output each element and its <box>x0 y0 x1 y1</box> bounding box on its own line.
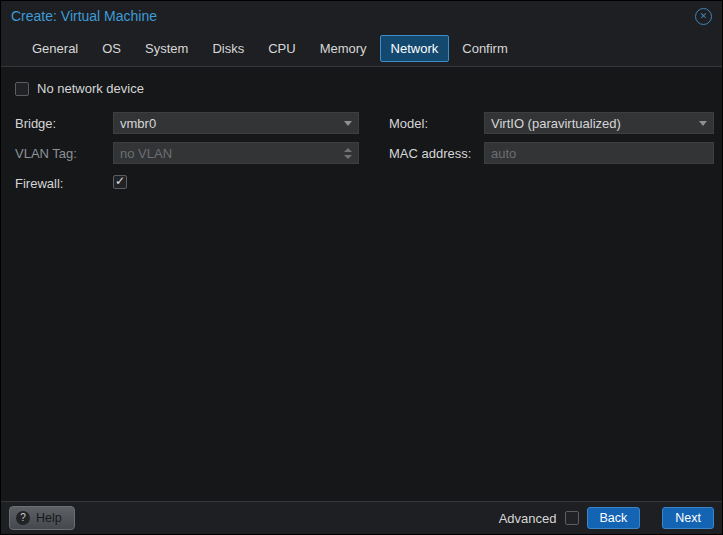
help-icon: ? <box>16 511 30 525</box>
tab-memory[interactable]: Memory <box>309 35 378 62</box>
spinner-down-icon[interactable] <box>344 155 352 159</box>
no-network-device-label: No network device <box>37 81 144 96</box>
vlan-tag-spinner[interactable]: no VLAN <box>113 142 359 164</box>
bridge-label: Bridge: <box>15 116 113 131</box>
dialog-footer: ? Help Advanced Back Next <box>1 501 722 534</box>
number-spinner-icon[interactable] <box>344 148 352 159</box>
model-combo[interactable]: VirtIO (paravirtualized) <box>484 112 714 134</box>
chevron-down-icon[interactable] <box>699 121 707 126</box>
no-network-device-row[interactable]: No network device <box>15 81 708 96</box>
model-label: Model: <box>389 116 484 131</box>
tab-network[interactable]: Network <box>380 35 450 62</box>
chevron-down-icon[interactable] <box>344 121 352 126</box>
tab-os[interactable]: OS <box>91 35 132 62</box>
vlan-tag-placeholder: no VLAN <box>120 146 338 161</box>
dialog-title: Create: Virtual Machine <box>11 8 157 24</box>
firewall-checkbox[interactable] <box>113 175 127 189</box>
tab-disks[interactable]: Disks <box>201 35 255 62</box>
tab-cpu[interactable]: CPU <box>257 35 306 62</box>
back-button[interactable]: Back <box>587 507 641 529</box>
mac-address-placeholder: auto <box>491 146 707 161</box>
spinner-up-icon[interactable] <box>344 148 352 152</box>
help-button-label: Help <box>36 511 62 525</box>
network-tab-panel: No network device Bridge: vmbr0 Model: V… <box>1 67 722 501</box>
firewall-label: Firewall: <box>15 176 113 191</box>
bridge-value: vmbr0 <box>120 116 338 131</box>
help-button[interactable]: ? Help <box>9 506 75 530</box>
bridge-combo[interactable]: vmbr0 <box>113 112 359 134</box>
mac-address-label: MAC address: <box>389 146 484 161</box>
model-value: VirtIO (paravirtualized) <box>491 116 693 131</box>
advanced-checkbox[interactable] <box>565 511 579 525</box>
advanced-label: Advanced <box>499 511 557 526</box>
tab-general[interactable]: General <box>21 35 89 62</box>
footer-actions: Advanced Back Next <box>499 507 714 529</box>
no-network-device-checkbox[interactable] <box>15 82 29 96</box>
vlan-tag-label: VLAN Tag: <box>15 146 113 161</box>
tab-confirm[interactable]: Confirm <box>451 35 519 62</box>
close-icon[interactable]: ✕ <box>695 8 712 25</box>
dialog-titlebar: Create: Virtual Machine ✕ <box>1 1 722 31</box>
network-form: Bridge: vmbr0 Model: VirtIO (paravirtual… <box>15 112 708 194</box>
firewall-checkbox-cell <box>113 175 359 192</box>
mac-address-input[interactable]: auto <box>484 142 714 164</box>
next-button[interactable]: Next <box>662 507 714 529</box>
create-vm-dialog: Create: Virtual Machine ✕ General OS Sys… <box>0 0 723 535</box>
tab-bar: General OS System Disks CPU Memory Netwo… <box>1 31 722 67</box>
tab-system[interactable]: System <box>134 35 199 62</box>
